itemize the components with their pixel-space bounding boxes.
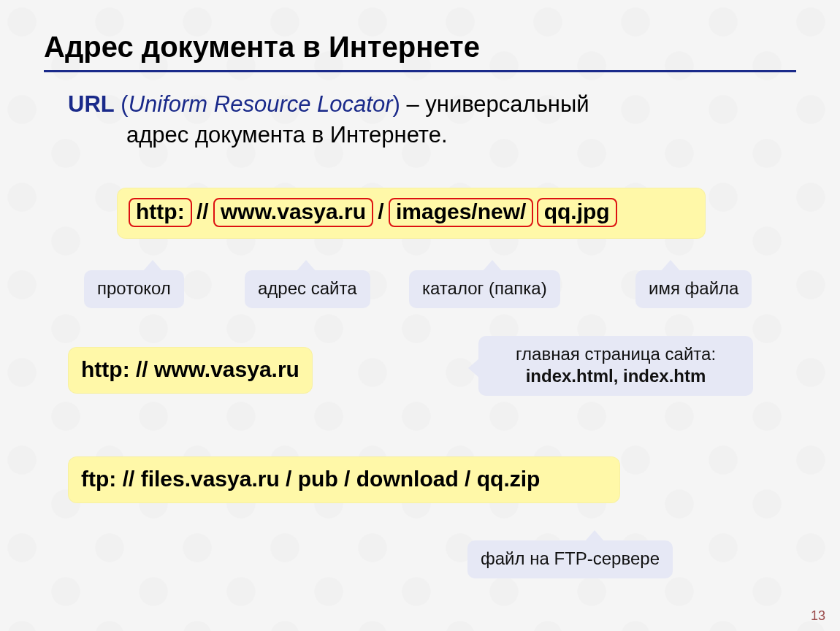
label-file: имя файла [635,270,752,308]
label-proto-text: протокол [97,278,171,298]
label-proto: протокол [84,270,184,308]
example-http-box: http: // www.vasya.ru [68,347,313,394]
label-dir: каталог (папка) [409,270,560,308]
def-line2: адрес документа в Интернете. [68,120,776,150]
label-dir-text: каталог (папка) [422,278,547,298]
url-part-host: www.vasya.ru [213,198,373,227]
url-part-proto: http: [129,198,192,227]
label-host: адрес сайта [245,270,370,308]
close-paren: ) [392,91,400,117]
url-expansion: Uniform Resource Locator [129,91,393,117]
ftp-note: файл на FTP-сервере [467,540,673,578]
label-file-text: имя файла [649,278,738,298]
url-definition: URL (Uniform Resource Locator) – универс… [68,89,776,150]
title-underline [44,70,796,72]
url-part-dir: images/new/ [389,198,533,227]
homepage-note-line1: главная страница сайта: [516,344,716,364]
example-ftp-text: ftp: // files.vasya.ru / pub / download … [81,467,540,491]
slide: Адрес документа в Интернете URL (Uniform… [0,0,840,631]
slide-title: Адрес документа в Интернете [44,31,480,64]
ftp-note-text: файл на FTP-сервере [481,548,660,568]
example-ftp-box: ftp: // files.vasya.ru / pub / download … [68,456,620,503]
open-paren: ( [115,91,129,117]
url-part-file: qq.jpg [537,198,617,227]
def-tail: – универсальный [400,91,589,117]
label-host-text: адрес сайта [258,278,357,298]
example-http-text: http: // www.vasya.ru [81,357,299,381]
url-sep2: / [372,199,390,223]
page-number: 13 [811,608,825,624]
homepage-note-line2: index.html, index.htm [526,366,706,386]
url-sep1: // [191,199,215,223]
url-breakdown-box: http: // www.vasya.ru / images/new/ qq.j… [117,188,706,239]
homepage-note: главная страница сайта: index.html, inde… [478,336,753,396]
url-term: URL [68,91,115,117]
